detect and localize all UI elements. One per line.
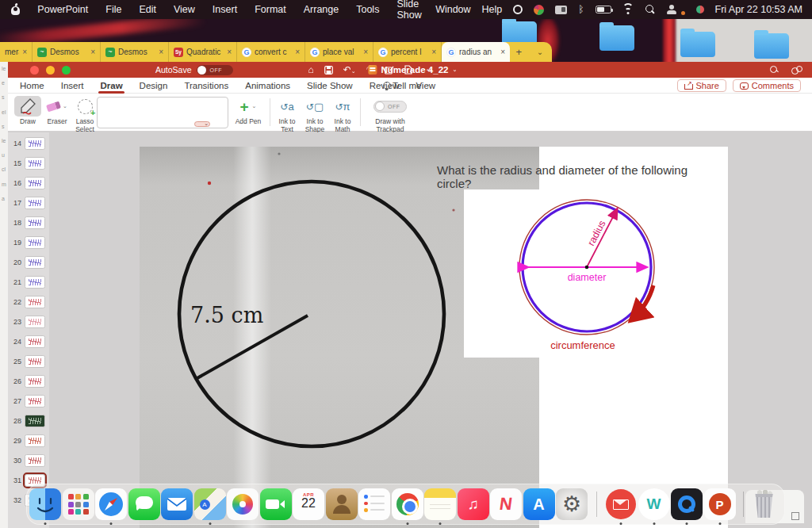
menu-item-window[interactable]: Window [435,4,470,15]
tab-close-icon[interactable]: × [295,48,300,56]
browser-tab[interactable]: G percent l × [373,42,442,62]
folder-icon[interactable] [754,33,789,59]
ribbon-tab[interactable]: Animations [245,78,290,94]
music-icon[interactable]: ♫ [458,488,489,520]
tab-close-icon[interactable]: × [22,48,27,56]
tab-close-icon[interactable]: × [159,48,163,56]
reminders-icon[interactable] [358,488,390,520]
menu-item[interactable]: Format [255,4,286,15]
photos-icon[interactable] [227,488,259,520]
menu-item[interactable]: Tools [356,4,379,15]
bluetooth-icon[interactable]: ᛒ [578,5,584,14]
tab-close-icon[interactable]: × [500,48,505,56]
tab-overflow-chevron-icon[interactable]: ⌄ [528,42,552,62]
menu-item[interactable]: View [174,4,195,15]
gmail-icon[interactable] [605,488,637,520]
share-button[interactable]: Share [677,79,726,92]
undo-button[interactable]: ↶⌄ [343,65,356,75]
safari-icon[interactable] [95,488,127,520]
messages-icon[interactable] [128,488,160,520]
menu-item[interactable]: Slide Show [396,0,435,21]
add-pen-button[interactable]: +⌄ Add Pen [232,96,264,126]
ribbon-tab[interactable]: Design [140,78,168,94]
pinwheel-status-icon[interactable] [534,5,544,15]
browser-tab[interactable]: G place val × [305,42,373,62]
pen-swatch-red[interactable] [128,100,139,125]
ribbon-tab[interactable]: Home [20,78,44,94]
maps-icon[interactable]: A [194,488,226,520]
menu-item[interactable]: Insert [213,4,237,15]
finder-icon[interactable] [29,488,61,520]
pen-swatch-black[interactable] [151,100,163,125]
menu-item[interactable]: PowerPoint [37,4,88,15]
circle-diagram[interactable]: diameter radius circumference [464,189,658,358]
search-icon[interactable] [770,66,779,75]
fast-user-switch-icon[interactable] [666,5,677,14]
slide-thumbnail[interactable] [25,236,45,249]
pen-options-chevron-icon[interactable]: ⌄ [204,121,209,127]
calendar-icon[interactable]: APR 22 [293,488,324,520]
apple-menu-icon[interactable] [11,4,18,15]
menu-item-help[interactable]: Help [482,4,503,15]
ribbon-tab[interactable]: Slide Show [307,78,353,94]
quicktime-icon[interactable] [671,488,703,520]
ribbon-tab[interactable]: Transitions [184,78,228,94]
presence-share-icon[interactable] [791,66,802,75]
slide-thumbnail[interactable] [25,434,45,447]
browser-tab[interactable]: merad × [0,42,33,62]
lasso-select-tool[interactable]: Lasso Select [73,96,97,134]
slide-thumbnail[interactable] [25,296,45,308]
powerpoint-dock-icon[interactable]: P [704,488,736,520]
eraser-tool[interactable]: ⌄ Eraser [43,96,71,126]
folder-icon[interactable] [599,25,634,51]
menu-item[interactable]: Edit [139,4,156,15]
keyboard-status-icon[interactable] [555,6,567,14]
w-app-icon[interactable]: W [638,488,670,520]
pen-swatch-teal[interactable] [104,100,115,125]
notes-icon[interactable] [424,488,456,520]
ink-to-text-button[interactable]: ↺a Ink to Text [274,96,300,134]
ink-to-math-button[interactable]: ↺π Ink to Math [330,96,355,134]
slide-thumbnail[interactable] [25,415,45,427]
slide-thumbnail[interactable] [25,276,45,289]
document-title[interactable]: Numerade 4_22 ⌄ [368,62,457,78]
news-icon[interactable]: N [490,488,522,520]
slide-thumbnail[interactable] [25,316,45,328]
comments-button[interactable]: Comments [733,79,801,92]
slide-thumbnail[interactable] [25,157,45,170]
slide-thumbnail[interactable] [25,197,45,209]
app-store-icon[interactable]: A [523,488,555,520]
system-settings-icon[interactable]: ⚙ [556,488,588,520]
browser-tab[interactable]: ~ Desmos × [33,42,101,62]
menu-item[interactable]: Arrange [304,4,339,15]
save-icon[interactable] [324,66,333,75]
slide-thumbnail[interactable] [25,355,45,368]
slide-thumbnail[interactable] [25,375,45,388]
close-window-button[interactable] [30,66,39,75]
contacts-icon[interactable] [326,488,358,520]
highlighter-swatch-green[interactable] [175,100,186,125]
chrome-icon[interactable] [392,488,423,520]
slide-thumbnail[interactable] [25,395,45,407]
launchpad-icon[interactable] [63,488,94,520]
trash-icon[interactable] [750,488,779,520]
slide-thumbnail[interactable] [25,454,45,467]
slide-thumbnail[interactable] [25,256,45,269]
slide-thumbnail[interactable] [25,137,45,150]
tab-close-icon[interactable]: × [363,48,368,56]
browser-tab[interactable]: ~ Desmos × [101,42,169,62]
browser-tab-active[interactable]: G radius an × [442,42,510,62]
tell-me-tab[interactable]: Tell me [383,81,421,90]
tab-close-icon[interactable]: × [90,48,95,56]
ribbon-tab[interactable]: Insert [61,78,84,94]
slide-thumbnail[interactable] [25,177,45,189]
pen-swatch-pink-selected[interactable]: ⌄ [194,121,210,127]
home-icon[interactable]: ⌂ [308,65,314,75]
new-tab-button[interactable]: + [510,42,528,62]
spotlight-icon[interactable] [645,5,655,14]
tab-close-icon[interactable]: × [431,48,436,56]
draw-tool[interactable]: Draw [14,96,41,126]
browser-tab[interactable]: G convert c × [237,42,305,62]
control-center-icon[interactable] [696,6,704,13]
menu-item[interactable]: File [105,4,121,15]
